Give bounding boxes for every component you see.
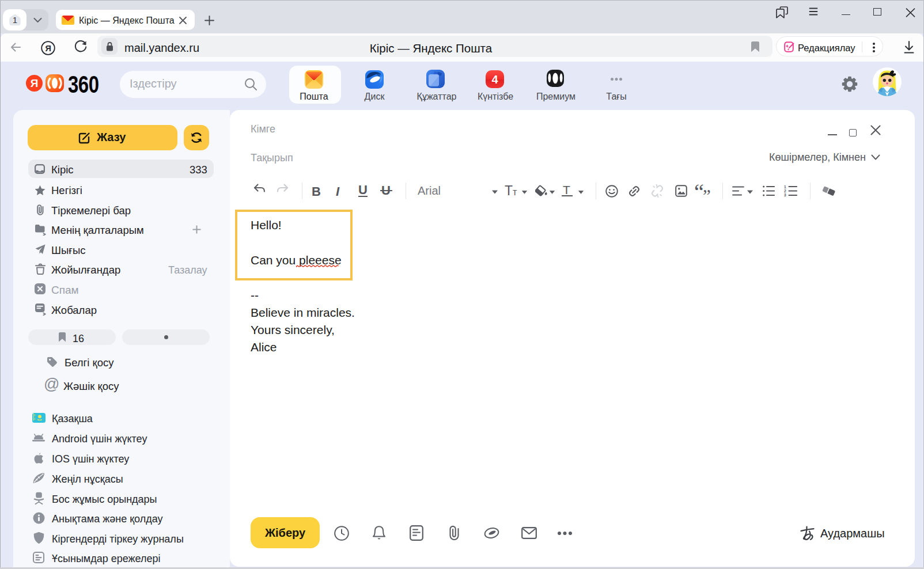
svg-text:1: 1 [784,185,786,189]
svg-text:Я: Я [45,44,51,53]
svg-text:3: 3 [784,193,786,196]
svg-text:4: 4 [491,73,498,86]
svg-text:2: 2 [784,189,786,193]
svg-text:1: 1 [13,15,17,25]
